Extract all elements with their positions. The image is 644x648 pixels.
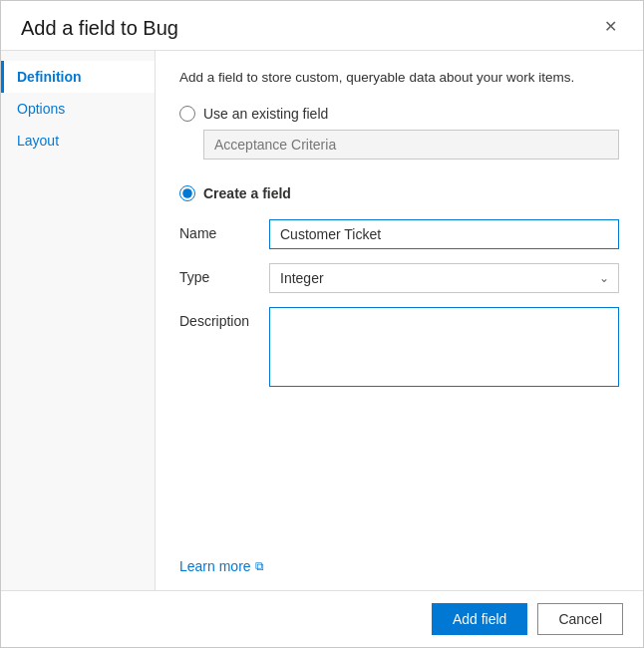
type-select-wrapper: Integer String Boolean DateTime Double P… [269,263,619,293]
description-input-wrapper [269,307,619,390]
create-field-radio-row: Create a field [179,185,619,201]
sidebar: Definition Options Layout [1,51,156,590]
type-select[interactable]: Integer String Boolean DateTime Double P… [269,263,619,293]
description-row: Description [179,307,619,390]
name-input[interactable] [269,219,619,249]
use-existing-radio[interactable] [179,106,195,122]
name-input-wrapper [269,219,619,249]
sidebar-item-definition[interactable]: Definition [1,61,155,93]
create-field-label[interactable]: Create a field [203,185,291,201]
type-dropdown[interactable]: Integer String Boolean DateTime Double P… [269,263,619,293]
name-row: Name [179,219,619,249]
sidebar-item-options[interactable]: Options [1,93,155,125]
name-label: Name [179,219,269,241]
sidebar-item-layout[interactable]: Layout [1,125,155,157]
cancel-button[interactable]: Cancel [537,603,623,635]
existing-field-input-wrapper [203,130,619,160]
dialog-title: Add a field to Bug [21,17,178,40]
close-icon: ✕ [604,18,617,35]
add-field-dialog: Add a field to Bug ✕ Definition Options … [0,0,644,648]
type-row: Type Integer String Boolean DateTime Dou… [179,263,619,293]
dialog-footer: Add field Cancel [1,590,643,647]
close-button[interactable]: ✕ [598,17,623,37]
description-input[interactable] [269,307,619,387]
use-existing-label[interactable]: Use an existing field [203,106,328,122]
add-field-button[interactable]: Add field [432,603,527,635]
external-link-icon: ⧉ [255,559,264,573]
radio-group: Use an existing field [179,106,619,171]
existing-field-input[interactable] [203,130,619,160]
create-field-section: Name Type Integer String Boolean [179,219,619,404]
create-field-radio[interactable] [179,185,195,201]
dialog-body: Definition Options Layout Add a field to… [1,51,643,590]
learn-more-link[interactable]: Learn more ⧉ [179,558,619,574]
type-label: Type [179,263,269,285]
dialog-header: Add a field to Bug ✕ [1,1,643,51]
main-content: Add a field to store custom, queryable d… [156,51,643,590]
description-text: Add a field to store custom, queryable d… [179,69,619,88]
description-label: Description [179,307,269,329]
use-existing-radio-row: Use an existing field [179,106,619,122]
